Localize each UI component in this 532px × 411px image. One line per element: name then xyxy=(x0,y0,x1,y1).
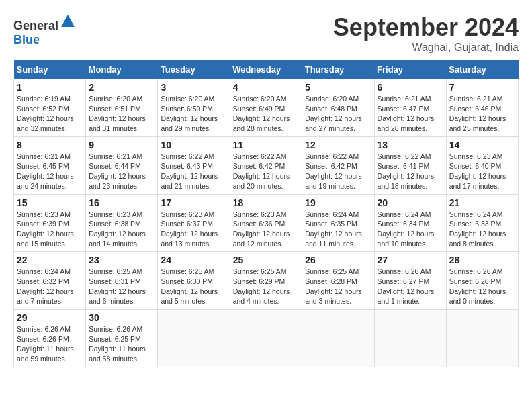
day-info: Sunrise: 6:25 AMSunset: 6:28 PMDaylight:… xyxy=(305,267,371,306)
day-number: 19 xyxy=(305,197,371,208)
calendar-table: Sunday Monday Tuesday Wednesday Thursday… xyxy=(13,60,519,367)
day-number: 13 xyxy=(378,140,443,150)
day-info: Sunrise: 6:20 AMSunset: 6:50 PMDaylight:… xyxy=(161,94,226,134)
day-info: Sunrise: 6:21 AMSunset: 6:47 PMDaylight:… xyxy=(378,94,443,134)
day-number: 24 xyxy=(161,255,226,265)
day-number: 30 xyxy=(89,312,154,323)
day-info: Sunrise: 6:23 AMSunset: 6:38 PMDaylight:… xyxy=(89,210,154,249)
day-number: 5 xyxy=(305,82,371,93)
day-info: Sunrise: 6:25 AMSunset: 6:30 PMDaylight:… xyxy=(161,267,226,306)
day-cell: 4 Sunrise: 6:20 AMSunset: 6:49 PMDayligh… xyxy=(230,79,302,137)
month-title: September 2024 xyxy=(333,13,519,42)
logo-blue: Blue xyxy=(13,33,40,46)
day-cell: 13 Sunrise: 6:22 AMSunset: 6:41 PMDaylig… xyxy=(374,136,446,194)
day-number: 27 xyxy=(378,255,443,265)
page-header: General Blue September 2024 Waghai, Guja… xyxy=(13,13,519,54)
day-info: Sunrise: 6:21 AMSunset: 6:45 PMDaylight:… xyxy=(17,152,83,191)
empty-cell xyxy=(158,310,230,367)
table-row: 22 Sunrise: 6:24 AMSunset: 6:32 PMDaylig… xyxy=(14,252,519,310)
day-cell: 5 Sunrise: 6:20 AMSunset: 6:48 PMDayligh… xyxy=(302,79,374,137)
day-info: Sunrise: 6:23 AMSunset: 6:39 PMDaylight:… xyxy=(17,210,83,249)
day-info: Sunrise: 6:21 AMSunset: 6:44 PMDaylight:… xyxy=(89,152,154,191)
logo: General Blue xyxy=(13,13,76,47)
day-info: Sunrise: 6:26 AMSunset: 6:26 PMDaylight:… xyxy=(17,324,83,364)
day-cell: 17 Sunrise: 6:23 AMSunset: 6:37 PMDaylig… xyxy=(158,194,230,252)
day-info: Sunrise: 6:25 AMSunset: 6:29 PMDaylight:… xyxy=(233,267,300,306)
empty-cell xyxy=(230,310,302,367)
day-cell: 18 Sunrise: 6:23 AMSunset: 6:36 PMDaylig… xyxy=(230,194,302,252)
day-cell: 3 Sunrise: 6:20 AMSunset: 6:50 PMDayligh… xyxy=(158,79,230,137)
day-number: 3 xyxy=(161,82,226,93)
day-info: Sunrise: 6:19 AMSunset: 6:52 PMDaylight:… xyxy=(17,94,83,134)
location-title: Waghai, Gujarat, India xyxy=(333,42,519,54)
day-cell: 6 Sunrise: 6:21 AMSunset: 6:47 PMDayligh… xyxy=(374,79,446,137)
empty-cell xyxy=(302,310,374,367)
day-number: 26 xyxy=(305,255,371,265)
empty-cell xyxy=(374,310,446,367)
day-cell: 8 Sunrise: 6:21 AMSunset: 6:45 PMDayligh… xyxy=(14,136,86,194)
day-number: 6 xyxy=(378,82,443,93)
logo-icon xyxy=(60,13,76,30)
day-cell: 29 Sunrise: 6:26 AMSunset: 6:26 PMDaylig… xyxy=(14,310,86,367)
day-cell: 25 Sunrise: 6:25 AMSunset: 6:29 PMDaylig… xyxy=(230,252,302,310)
day-cell: 23 Sunrise: 6:25 AMSunset: 6:31 PMDaylig… xyxy=(86,252,158,310)
day-cell: 20 Sunrise: 6:24 AMSunset: 6:34 PMDaylig… xyxy=(374,194,446,252)
day-cell: 19 Sunrise: 6:24 AMSunset: 6:35 PMDaylig… xyxy=(302,194,374,252)
day-number: 12 xyxy=(305,140,371,150)
col-tuesday: Tuesday xyxy=(158,60,230,79)
col-wednesday: Wednesday xyxy=(230,60,302,79)
day-info: Sunrise: 6:22 AMSunset: 6:42 PMDaylight:… xyxy=(305,152,371,191)
day-cell: 21 Sunrise: 6:24 AMSunset: 6:33 PMDaylig… xyxy=(446,194,518,252)
day-number: 1 xyxy=(17,82,83,93)
day-cell: 22 Sunrise: 6:24 AMSunset: 6:32 PMDaylig… xyxy=(14,252,86,310)
day-number: 7 xyxy=(449,82,515,93)
day-cell: 1 Sunrise: 6:19 AMSunset: 6:52 PMDayligh… xyxy=(14,79,86,137)
day-cell: 11 Sunrise: 6:22 AMSunset: 6:42 PMDaylig… xyxy=(230,136,302,194)
day-info: Sunrise: 6:20 AMSunset: 6:49 PMDaylight:… xyxy=(233,94,300,134)
table-row: 15 Sunrise: 6:23 AMSunset: 6:39 PMDaylig… xyxy=(14,194,519,252)
day-cell: 9 Sunrise: 6:21 AMSunset: 6:44 PMDayligh… xyxy=(86,136,158,194)
day-info: Sunrise: 6:24 AMSunset: 6:34 PMDaylight:… xyxy=(378,210,443,249)
day-cell: 30 Sunrise: 6:26 AMSunset: 6:25 PMDaylig… xyxy=(86,310,158,367)
day-number: 20 xyxy=(378,197,443,208)
day-cell: 16 Sunrise: 6:23 AMSunset: 6:38 PMDaylig… xyxy=(86,194,158,252)
day-number: 8 xyxy=(17,140,83,150)
day-number: 29 xyxy=(17,312,83,323)
col-thursday: Thursday xyxy=(302,60,374,79)
day-cell: 28 Sunrise: 6:26 AMSunset: 6:26 PMDaylig… xyxy=(446,252,518,310)
day-info: Sunrise: 6:20 AMSunset: 6:48 PMDaylight:… xyxy=(305,94,371,134)
logo-text: General Blue xyxy=(13,13,76,47)
day-info: Sunrise: 6:23 AMSunset: 6:40 PMDaylight:… xyxy=(449,152,515,191)
day-number: 9 xyxy=(89,140,154,150)
day-number: 23 xyxy=(89,255,154,265)
day-cell: 24 Sunrise: 6:25 AMSunset: 6:30 PMDaylig… xyxy=(158,252,230,310)
col-monday: Monday xyxy=(86,60,158,79)
day-number: 18 xyxy=(233,197,300,208)
col-saturday: Saturday xyxy=(446,60,518,79)
day-info: Sunrise: 6:22 AMSunset: 6:43 PMDaylight:… xyxy=(161,152,226,191)
day-cell: 27 Sunrise: 6:26 AMSunset: 6:27 PMDaylig… xyxy=(374,252,446,310)
day-info: Sunrise: 6:24 AMSunset: 6:35 PMDaylight:… xyxy=(305,210,371,249)
day-cell: 10 Sunrise: 6:22 AMSunset: 6:43 PMDaylig… xyxy=(158,136,230,194)
header-row: Sunday Monday Tuesday Wednesday Thursday… xyxy=(14,60,519,79)
day-info: Sunrise: 6:25 AMSunset: 6:31 PMDaylight:… xyxy=(89,267,154,306)
day-info: Sunrise: 6:24 AMSunset: 6:33 PMDaylight:… xyxy=(449,210,515,249)
day-number: 15 xyxy=(17,197,83,208)
day-number: 14 xyxy=(449,140,515,150)
svg-marker-0 xyxy=(61,15,75,27)
day-info: Sunrise: 6:26 AMSunset: 6:25 PMDaylight:… xyxy=(89,324,154,364)
day-number: 11 xyxy=(233,140,300,150)
day-cell: 15 Sunrise: 6:23 AMSunset: 6:39 PMDaylig… xyxy=(14,194,86,252)
col-sunday: Sunday xyxy=(14,60,86,79)
day-info: Sunrise: 6:21 AMSunset: 6:46 PMDaylight:… xyxy=(449,94,515,134)
day-number: 10 xyxy=(161,140,226,150)
day-info: Sunrise: 6:22 AMSunset: 6:42 PMDaylight:… xyxy=(233,152,300,191)
day-number: 16 xyxy=(89,197,154,208)
day-info: Sunrise: 6:20 AMSunset: 6:51 PMDaylight:… xyxy=(89,94,154,134)
day-cell: 26 Sunrise: 6:25 AMSunset: 6:28 PMDaylig… xyxy=(302,252,374,310)
day-info: Sunrise: 6:24 AMSunset: 6:32 PMDaylight:… xyxy=(17,267,83,306)
day-info: Sunrise: 6:23 AMSunset: 6:36 PMDaylight:… xyxy=(233,210,300,249)
day-number: 21 xyxy=(449,197,515,208)
day-info: Sunrise: 6:23 AMSunset: 6:37 PMDaylight:… xyxy=(161,210,226,249)
day-info: Sunrise: 6:22 AMSunset: 6:41 PMDaylight:… xyxy=(378,152,443,191)
